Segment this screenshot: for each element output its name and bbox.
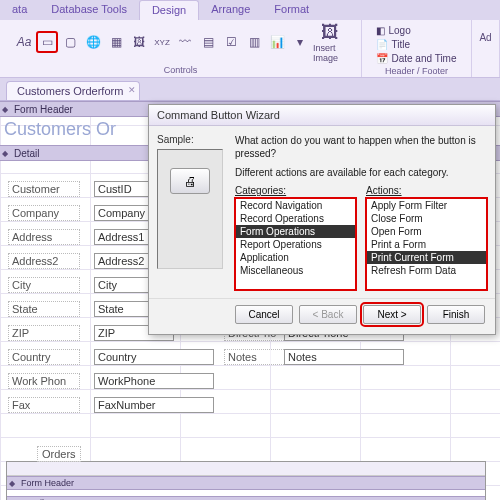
form-title-label[interactable]: Customers Or <box>4 119 116 140</box>
command-button-wizard-dialog: Command Button Wizard Sample: 🖨 What act… <box>148 104 496 335</box>
field-textbox[interactable]: Notes <box>284 349 404 365</box>
categories-header: Categories: <box>235 185 356 196</box>
ribbon-tab-design[interactable]: Design <box>139 0 199 20</box>
datetime-button[interactable]: 📅Date and Time <box>376 52 456 66</box>
title-button[interactable]: 📄Title <box>376 38 456 52</box>
field-label[interactable]: Fax <box>8 397 80 413</box>
font-italic-icon[interactable]: Aa <box>14 32 34 52</box>
field-label[interactable]: Country <box>8 349 80 365</box>
list-item[interactable]: Refresh Form Data <box>367 264 486 277</box>
document-tab-bar: Customers Orderform ✕ <box>0 78 500 100</box>
list-item[interactable]: Miscellaneous <box>236 264 355 277</box>
actions-listbox[interactable]: Apply Form FilterClose FormOpen FormPrin… <box>366 198 487 290</box>
clock-icon: 📅 <box>376 52 388 66</box>
field-label[interactable]: City <box>8 277 80 293</box>
printer-icon: 🖨 <box>184 174 197 189</box>
cancel-button[interactable]: Cancel <box>235 305 293 324</box>
ribbon-tab[interactable]: ata <box>0 0 39 20</box>
line-icon[interactable]: 〰 <box>175 32 195 52</box>
actions-header: Actions: <box>366 185 487 196</box>
field-label[interactable]: ZIP <box>8 325 80 341</box>
rectangle-icon[interactable]: ▢ <box>60 32 80 52</box>
list-item[interactable]: Record Operations <box>236 212 355 225</box>
sample-button-preview: 🖨 <box>170 168 210 194</box>
page-icon[interactable]: ▥ <box>244 32 264 52</box>
form-icon[interactable]: ▦ <box>106 32 126 52</box>
subform-header-bar[interactable]: Form Header <box>7 476 485 490</box>
ribbon-group-add: Ad <box>472 20 500 77</box>
add-existing-button[interactable]: Ad <box>479 22 491 43</box>
ribbon-tab[interactable]: Database Tools <box>39 0 139 20</box>
ribbon-tabs: ata Database Tools Design Arrange Format <box>0 0 500 20</box>
wizard-hint: Different actions are available for each… <box>235 166 487 179</box>
categories-listbox[interactable]: Record NavigationRecord OperationsForm O… <box>235 198 356 290</box>
logo-button[interactable]: ◧Logo <box>376 24 456 38</box>
list-item[interactable]: Application <box>236 251 355 264</box>
ribbon: Aa ▭ ▢ 🌐 ▦ 🖼 XYZ 〰 ▤ ☑ ▥ 📊 ▾ 🖼 Insert Im… <box>0 20 500 78</box>
field-textbox[interactable]: FaxNumber <box>94 397 214 413</box>
list-item[interactable]: Print a Form <box>367 238 486 251</box>
insert-image-button[interactable]: 🖼 Insert Image <box>313 22 347 62</box>
field-label[interactable]: Work Phon <box>8 373 80 389</box>
button-icon[interactable]: XYZ <box>152 32 172 52</box>
globe-icon[interactable]: 🌐 <box>83 32 103 52</box>
list-item[interactable]: Report Operations <box>236 238 355 251</box>
sample-label: Sample: <box>157 134 227 145</box>
checkbox-icon[interactable]: ☑ <box>221 32 241 52</box>
subform-ruler <box>7 462 485 476</box>
dialog-title: Command Button Wizard <box>149 105 495 126</box>
ribbon-tab[interactable]: Arrange <box>199 0 262 20</box>
next-button[interactable]: Next > <box>363 305 421 324</box>
subform-label[interactable]: Orders <box>37 446 81 462</box>
field-label[interactable]: Company <box>8 205 80 221</box>
list-item[interactable]: Close Form <box>367 212 486 225</box>
field-textbox[interactable]: WorkPhone <box>94 373 214 389</box>
combo-icon[interactable]: ▤ <box>198 32 218 52</box>
field-label[interactable]: Address <box>8 229 80 245</box>
hf-group-label: Header / Footer <box>385 66 448 76</box>
finish-button[interactable]: Finish <box>427 305 485 324</box>
logo-icon: ◧ <box>376 24 385 38</box>
subform-container[interactable]: OrdersForm HeaderDetail <box>6 461 486 500</box>
list-item[interactable]: Apply Form Filter <box>367 199 486 212</box>
field-label[interactable]: Customer <box>8 181 80 197</box>
list-item[interactable]: Record Navigation <box>236 199 355 212</box>
list-item[interactable]: Print Current Form <box>367 251 486 264</box>
title-icon: 📄 <box>376 38 388 52</box>
picture-icon: 🖼 <box>321 22 339 43</box>
image-icon[interactable]: 🖼 <box>129 32 149 52</box>
list-item[interactable]: Form Operations <box>236 225 355 238</box>
back-button: < Back <box>299 305 357 324</box>
field-label[interactable]: Address2 <box>8 253 80 269</box>
ribbon-group-controls: Aa ▭ ▢ 🌐 ▦ 🖼 XYZ 〰 ▤ ☑ ▥ 📊 ▾ 🖼 Insert Im… <box>0 20 362 77</box>
sample-preview: 🖨 <box>157 149 223 269</box>
list-item[interactable]: Open Form <box>367 225 486 238</box>
ribbon-tab[interactable]: Format <box>262 0 321 20</box>
textbox-control-icon[interactable]: ▭ <box>37 32 57 52</box>
document-tab[interactable]: Customers Orderform ✕ <box>6 81 140 100</box>
insert-image-label: Insert Image <box>313 43 347 63</box>
controls-group-label: Controls <box>164 65 198 75</box>
more-icon[interactable]: ▾ <box>290 32 310 52</box>
field-textbox[interactable]: Country <box>94 349 214 365</box>
chart-icon[interactable]: 📊 <box>267 32 287 52</box>
ribbon-group-header-footer: ◧Logo 📄Title 📅Date and Time Header / Foo… <box>362 20 472 77</box>
close-icon[interactable]: ✕ <box>128 85 136 95</box>
field-label[interactable]: State <box>8 301 80 317</box>
document-tab-label: Customers Orderform <box>17 85 123 97</box>
subform-detail-bar[interactable]: Detail <box>7 496 485 500</box>
wizard-question: What action do you want to happen when t… <box>235 134 487 160</box>
